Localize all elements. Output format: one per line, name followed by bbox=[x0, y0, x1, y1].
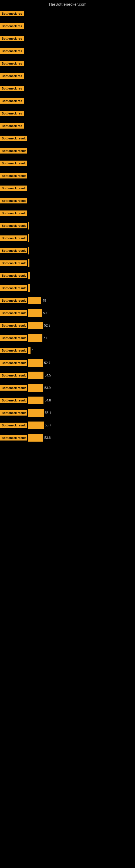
bar-row: Bottleneck result bbox=[0, 232, 135, 244]
bar-label: Bottleneck result bbox=[0, 435, 27, 440]
bar-row: Bottleneck result bbox=[0, 157, 135, 169]
bar-row: Bottleneck result bbox=[0, 170, 135, 182]
bar-row: Bottleneck result bbox=[0, 270, 135, 282]
bar-label: Bottleneck result bbox=[0, 148, 27, 154]
bar-row: Bottleneck res bbox=[0, 120, 135, 132]
bar-label: Bottleneck res bbox=[0, 61, 24, 66]
bar-label: Bottleneck result bbox=[0, 398, 27, 403]
bar-row: Bottleneck result bbox=[0, 282, 135, 294]
bar-label: Bottleneck result bbox=[0, 335, 27, 341]
bar-fill bbox=[28, 272, 30, 279]
bar-row: Bottleneck result49 bbox=[0, 294, 135, 307]
bar-fill bbox=[28, 184, 28, 192]
bar-label: Bottleneck res bbox=[0, 48, 24, 54]
bar-fill bbox=[28, 197, 28, 205]
bar-label: Bottleneck result bbox=[0, 310, 27, 316]
bar-value: 54.5 bbox=[45, 373, 51, 377]
bar-row: Bottleneck result bbox=[0, 245, 135, 257]
bar-row: Bottleneck result55.7 bbox=[0, 420, 135, 431]
bar-fill bbox=[28, 422, 44, 429]
bar-fill bbox=[28, 309, 42, 317]
bar-fill bbox=[28, 247, 29, 254]
bar-row: Bottleneck result55.1 bbox=[0, 407, 135, 419]
bar-fill bbox=[28, 359, 43, 367]
bar-value: 53.6 bbox=[44, 436, 50, 440]
bar-value: 52.8 bbox=[44, 323, 50, 328]
bar-row: Bottleneck result54.8 bbox=[0, 394, 135, 406]
bar-label: Bottleneck result bbox=[0, 248, 27, 253]
bar-fill bbox=[28, 284, 30, 292]
bar-row: Bottleneck res bbox=[0, 20, 135, 32]
bar-label: Bottleneck result bbox=[0, 423, 27, 428]
bar-fill bbox=[28, 434, 43, 442]
bar-row: Bottleneck result51 bbox=[0, 332, 135, 344]
bar-fill bbox=[28, 235, 29, 242]
bar-row: Bottleneck result bbox=[0, 207, 135, 219]
site-title: TheBottlenecker.com bbox=[0, 0, 135, 8]
bar-value: 49 bbox=[42, 299, 46, 303]
bar-label: Bottleneck result bbox=[0, 285, 27, 291]
bar-label: Bottleneck result bbox=[0, 186, 27, 191]
bar-row: Bottleneck res bbox=[0, 45, 135, 57]
bar-label: Bottleneck result bbox=[0, 260, 27, 266]
bar-row: Bottleneck result bbox=[0, 220, 135, 231]
bar-label: Bottleneck result bbox=[0, 348, 27, 353]
bar-label: Bottleneck res bbox=[0, 23, 24, 29]
bar-row: Bottleneck result53.9 bbox=[0, 382, 135, 394]
bar-fill bbox=[28, 322, 43, 329]
bar-row: Bottleneck result bbox=[0, 182, 135, 194]
bar-row: Bottleneck result52.7 bbox=[0, 357, 135, 369]
bar-row: Bottleneck res bbox=[0, 83, 135, 94]
bar-fill bbox=[28, 334, 42, 342]
bar-fill bbox=[28, 259, 30, 267]
bar-value: 52.7 bbox=[44, 361, 50, 365]
bar-row: Bottleneck result52.8 bbox=[0, 319, 135, 332]
bar-label: Bottleneck result bbox=[0, 385, 27, 391]
bar-fill bbox=[28, 397, 43, 404]
bar-fill bbox=[28, 347, 31, 354]
bar-value: 54.8 bbox=[45, 399, 51, 402]
bar-label: Bottleneck result bbox=[0, 298, 27, 303]
bars-container: Bottleneck resBottleneck resBottleneck r… bbox=[0, 8, 135, 444]
bar-row: Bottleneck result bbox=[0, 132, 135, 144]
bar-label: Bottleneck res bbox=[0, 123, 24, 129]
bar-label: Bottleneck res bbox=[0, 86, 24, 91]
bar-row: Bottleneck res bbox=[0, 58, 135, 69]
bar-label: Bottleneck result bbox=[0, 198, 27, 204]
bar-fill bbox=[28, 297, 41, 304]
bar-label: Bottleneck res bbox=[0, 36, 24, 41]
bar-value: 51 bbox=[43, 336, 47, 340]
bar-label: Bottleneck result bbox=[0, 173, 27, 179]
bar-row: Bottleneck result53.6 bbox=[0, 432, 135, 444]
bar-label: Bottleneck res bbox=[0, 98, 24, 104]
bar-label: Bottleneck result bbox=[0, 373, 27, 378]
bar-fill bbox=[28, 409, 44, 416]
bar-row: Bottleneck result bbox=[0, 257, 135, 269]
bar-label: Bottleneck result bbox=[0, 410, 27, 415]
bar-row: Bottleneck res bbox=[0, 8, 135, 20]
bar-row: Bottleneck res bbox=[0, 70, 135, 82]
bar-fill bbox=[28, 372, 43, 379]
bar-fill bbox=[28, 384, 43, 392]
bar-label: Bottleneck res bbox=[0, 111, 24, 116]
bar-row: Bottleneck result54.5 bbox=[0, 369, 135, 381]
bar-row: Bottleneck result bbox=[0, 145, 135, 157]
bar-row: Bottleneck result4 bbox=[0, 344, 135, 356]
bar-value: 4 bbox=[32, 348, 34, 352]
bar-value: 55.7 bbox=[45, 424, 51, 427]
bar-row: Bottleneck res bbox=[0, 95, 135, 107]
bar-label: Bottleneck res bbox=[0, 73, 24, 79]
bar-label: Bottleneck result bbox=[0, 360, 27, 366]
bar-value: 55.1 bbox=[45, 411, 51, 415]
bar-label: Bottleneck result bbox=[0, 236, 27, 241]
bar-fill bbox=[28, 222, 29, 229]
bar-fill bbox=[28, 209, 28, 217]
bar-label: Bottleneck result bbox=[0, 223, 27, 228]
bar-row: Bottleneck result50 bbox=[0, 307, 135, 319]
bar-row: Bottleneck res bbox=[0, 33, 135, 44]
bar-label: Bottleneck result bbox=[0, 211, 27, 216]
bar-value: 53.9 bbox=[44, 386, 50, 390]
bar-label: Bottleneck result bbox=[0, 161, 27, 166]
bar-row: Bottleneck res bbox=[0, 107, 135, 119]
bar-label: Bottleneck result bbox=[0, 135, 27, 141]
